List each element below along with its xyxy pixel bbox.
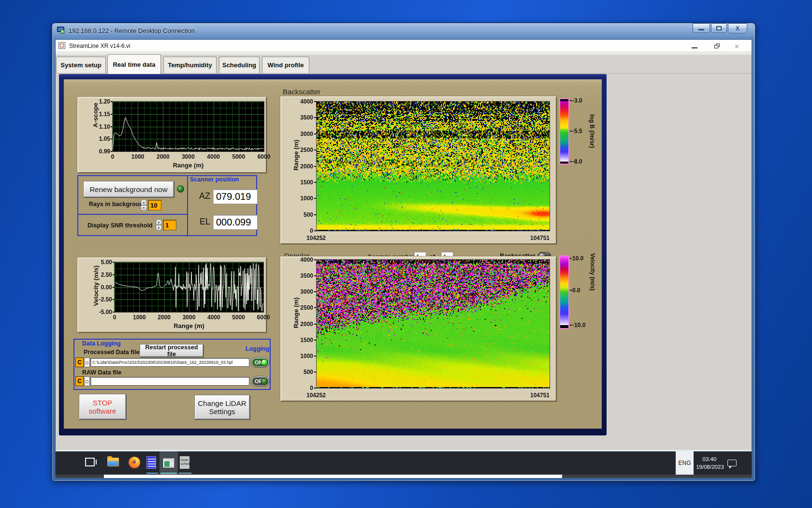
colorbar-tick-label: -3.0: [572, 97, 582, 104]
veter-app-icon[interactable]: [146, 456, 156, 469]
raw-data-file-label: RAW Data file: [82, 369, 121, 376]
tab-wind-profile[interactable]: Wind profile: [262, 57, 309, 73]
axis-tick: [113, 262, 115, 263]
axis-tick-label: 2500: [293, 304, 313, 311]
axis-tick: [113, 274, 115, 275]
vi-minimize-button[interactable]: [692, 47, 697, 48]
colorbar-tick: [570, 100, 572, 101]
backscatter-colorbar-label: log B (/m/sr): [589, 109, 595, 153]
axis-tick-label: 1.10: [95, 123, 110, 130]
restart-processed-file-button[interactable]: Restart processed file: [140, 344, 203, 357]
renew-background-button[interactable]: Renew background now: [83, 181, 174, 197]
az-value-field[interactable]: 079.019: [213, 189, 258, 204]
rays-in-background-label: Rays in background: [89, 201, 146, 208]
file-explorer-icon[interactable]: [107, 458, 119, 466]
axis-tick-label: 0: [293, 385, 313, 391]
language-indicator[interactable]: ENG: [676, 451, 694, 475]
axis-tick-label: 0: [105, 314, 124, 321]
rdp-scrollbar-thumb[interactable]: [104, 475, 562, 478]
axis-tick-label: 2000: [293, 321, 313, 328]
colorbar-tick-label: 10.0: [572, 255, 583, 262]
colorbar-tick-label: -10.0: [572, 322, 585, 329]
raw-drive-button[interactable]: C: [75, 376, 84, 386]
tab-temp-humidity[interactable]: Temp/humidity: [163, 57, 217, 73]
axis-tick-label: 1000: [293, 353, 313, 359]
axis-tick-label: 0.00: [93, 284, 112, 291]
scan-running-indicator: [179, 473, 191, 474]
axis-tick-label: 1000: [130, 314, 149, 321]
axis-tick: [314, 324, 316, 325]
scan-scheduler-icon[interactable]: Scan sched: [180, 456, 189, 469]
axis-tick-label: 1000: [293, 195, 313, 202]
vi-close-button[interactable]: ×: [735, 42, 739, 50]
axis-tick-label: 1.15: [95, 111, 110, 118]
clock-date[interactable]: 19/08/2023: [694, 464, 726, 470]
colorbar-tick: [570, 325, 572, 326]
rdp-maximize-button[interactable]: [711, 23, 727, 33]
snr-spinner[interactable]: ▲▼: [156, 219, 162, 231]
rays-spinner[interactable]: ▲▼: [141, 199, 147, 211]
rays-value-field[interactable]: 10: [148, 200, 161, 210]
processed-drive-button[interactable]: C: [75, 358, 84, 367]
group-divider-vertical: [187, 175, 188, 236]
colorbar-tick: [570, 161, 572, 162]
axis-tick-label: 5000: [229, 314, 248, 321]
tab-scheduling[interactable]: Scheduling: [219, 57, 260, 73]
stop-software-button[interactable]: STOPsoftware: [79, 394, 126, 419]
rdp-close-button[interactable]: X: [728, 23, 747, 33]
axis-tick: [113, 312, 115, 313]
axis-tick: [314, 134, 316, 134]
snr-threshold-label: Display SNR threshold: [87, 222, 153, 229]
processed-path-field[interactable]: C:\Lidar\Data\Proc\2023\202308\20230819\…: [90, 358, 249, 367]
firefox-icon[interactable]: [129, 457, 140, 468]
axis-tick-label: 6000: [254, 314, 273, 321]
logging-off-toggle[interactable]: OFF: [251, 376, 270, 387]
renew-led-indicator: [177, 185, 184, 193]
axis-tick: [314, 214, 316, 215]
change-lidar-settings-button[interactable]: Change LiDARSettings: [194, 395, 250, 419]
processed-browse-icon[interactable]: ◫: [84, 358, 90, 367]
colorbar-tick: [570, 258, 572, 259]
logging-label: Logging: [246, 345, 269, 352]
clock-time[interactable]: 03:40: [695, 456, 724, 462]
backscatter-title: Backscatter: [283, 88, 320, 96]
snr-value-field[interactable]: 1: [163, 220, 176, 230]
logging-on-toggle[interactable]: ON: [251, 357, 270, 368]
axis-tick: [314, 275, 316, 276]
action-center-icon[interactable]: [727, 460, 737, 466]
task-view-icon[interactable]: [85, 458, 95, 466]
axis-tick-label: 2.50: [93, 271, 112, 278]
axis-tick-label: 3500: [293, 272, 313, 279]
raw-path-field[interactable]: [90, 377, 249, 386]
ascope-plot: [113, 102, 264, 151]
axis-tick-label: 500: [293, 369, 313, 375]
axis-tick: [314, 166, 316, 167]
el-value-field[interactable]: 000.099: [213, 215, 258, 230]
backscatter-ylabel: Range (m): [292, 131, 300, 179]
vi-restore-button[interactable]: [714, 44, 720, 49]
axis-tick: [111, 101, 113, 102]
processed-data-file-label: Processed Data file: [84, 349, 139, 356]
tab-system-setup[interactable]: System setup: [56, 57, 106, 73]
axis-tick-label: 4000: [293, 256, 313, 263]
axis-tick-label: 2000: [153, 153, 173, 160]
backscatter-heatmap: [317, 102, 550, 231]
axis-tick-label: 3500: [293, 114, 313, 121]
colorbar-tick: [570, 290, 572, 291]
streamline-app-icon[interactable]: [163, 458, 174, 468]
vi-window-icon: [58, 42, 65, 49]
axis-tick: [111, 151, 113, 152]
axis-tick-label: 1.20: [95, 98, 110, 105]
axis-tick: [314, 117, 316, 118]
axis-tick-label: 1500: [293, 179, 313, 186]
axis-tick: [314, 198, 316, 199]
raw-browse-icon[interactable]: ◫: [84, 376, 90, 386]
rdp-minimize-button[interactable]: [693, 23, 710, 33]
axis-tick-label: 0: [103, 153, 122, 160]
axis-tick: [314, 307, 316, 308]
axis-tick-label: 4000: [204, 314, 223, 321]
axis-tick: [314, 372, 316, 373]
tab-real-time-data[interactable]: Real time data: [107, 54, 161, 74]
axis-tick: [111, 138, 113, 139]
velocity-xlabel: Range (m): [115, 322, 263, 329]
